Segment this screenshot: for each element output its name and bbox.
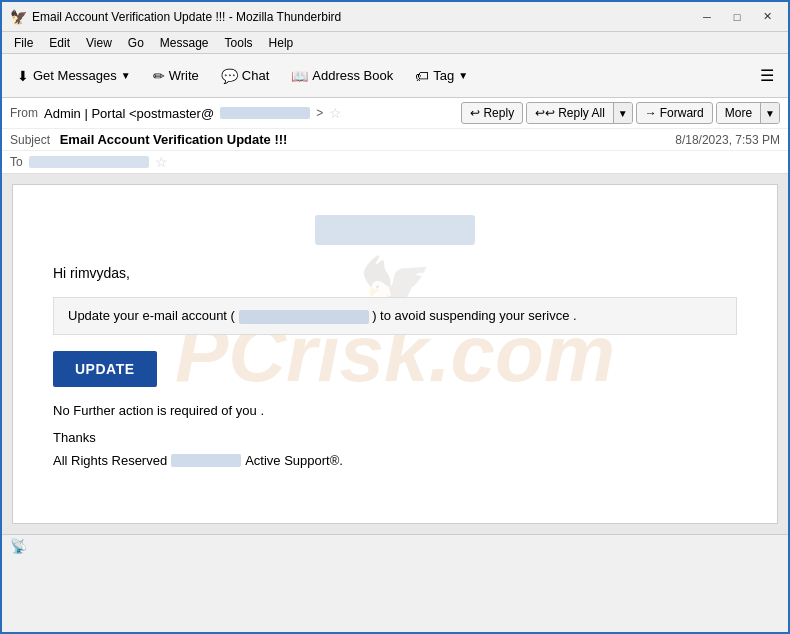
title-bar: 🦅 Email Account Verification Update !!! … (2, 2, 788, 32)
more-button[interactable]: More (717, 103, 760, 123)
status-icon: 📡 (10, 538, 27, 554)
rights-section: All Rights Reserved Active Support®. (53, 453, 737, 468)
chat-icon: 💬 (221, 68, 238, 84)
get-messages-dropdown-icon[interactable]: ▼ (121, 70, 131, 81)
subject-label: Subject (10, 133, 50, 147)
app-icon: 🦅 (10, 9, 26, 25)
menu-help[interactable]: Help (261, 34, 302, 52)
tag-icon: 🏷 (415, 68, 429, 84)
email-greeting: Hi rimvydas, (53, 265, 737, 281)
company-name-redacted (171, 454, 241, 467)
chat-button[interactable]: 💬 Chat (212, 63, 278, 89)
thanks-text: Thanks (53, 430, 737, 445)
minimize-button[interactable]: ─ (694, 8, 720, 26)
hamburger-menu-button[interactable]: ☰ (752, 62, 782, 89)
forward-label: Forward (660, 106, 704, 120)
write-button[interactable]: ✏ Write (144, 63, 208, 89)
from-section: From Admin | Portal <postmaster@ > ☆ (10, 105, 342, 121)
more-button-group: More ▼ (716, 102, 780, 124)
get-messages-button[interactable]: ⬇ Get Messages ▼ (8, 63, 140, 89)
reply-all-icon: ↩↩ (535, 106, 555, 120)
no-action-text: No Further action is required of you . (53, 403, 737, 418)
email-body-wrapper: 🦅 PCrisk.com Hi rimvydas, Update your e-… (2, 174, 788, 534)
menu-message[interactable]: Message (152, 34, 217, 52)
sender-name: Admin | Portal <postmaster@ (44, 106, 214, 121)
forward-icon: → (645, 106, 657, 120)
to-address-redacted (29, 156, 149, 168)
email-address-redacted (239, 310, 369, 324)
address-book-icon: 📖 (291, 68, 308, 84)
menu-bar: File Edit View Go Message Tools Help (2, 32, 788, 54)
chat-label: Chat (242, 68, 269, 83)
reply-all-label: Reply All (558, 106, 605, 120)
tag-label: Tag (433, 68, 454, 83)
email-subject: Email Account Verification Update !!! (60, 132, 288, 147)
address-book-button[interactable]: 📖 Address Book (282, 63, 402, 89)
email-date: 8/18/2023, 7:53 PM (675, 133, 780, 147)
get-messages-icon: ⬇ (17, 68, 29, 84)
action-buttons: ↩ Reply ↩↩ Reply All ▼ → Forward More ▼ (461, 102, 780, 124)
menu-edit[interactable]: Edit (41, 34, 78, 52)
logo-placeholder (315, 215, 475, 245)
email-subject-row: Subject Email Account Verification Updat… (2, 129, 788, 151)
write-icon: ✏ (153, 68, 165, 84)
subject-section: Subject Email Account Verification Updat… (10, 132, 287, 147)
update-text-after: ) to avoid suspending your serivce . (372, 308, 577, 323)
reply-icon: ↩ (470, 106, 480, 120)
email-body: 🦅 PCrisk.com Hi rimvydas, Update your e-… (12, 184, 778, 524)
get-messages-label: Get Messages (33, 68, 117, 83)
maximize-button[interactable]: □ (724, 8, 750, 26)
toolbar: ⬇ Get Messages ▼ ✏ Write 💬 Chat 📖 Addres… (2, 54, 788, 98)
menu-view[interactable]: View (78, 34, 120, 52)
menu-file[interactable]: File (6, 34, 41, 52)
email-content: Hi rimvydas, Update your e-mail account … (53, 215, 737, 468)
email-header: From Admin | Portal <postmaster@ > ☆ ↩ R… (2, 98, 788, 174)
star-icon[interactable]: ☆ (329, 105, 342, 121)
email-from-row: From Admin | Portal <postmaster@ > ☆ ↩ R… (2, 98, 788, 129)
tag-dropdown-icon: ▼ (458, 70, 468, 81)
update-notice-box: Update your e-mail account ( ) to avoid … (53, 297, 737, 335)
update-text-before: Update your e-mail account ( (68, 308, 235, 323)
to-star-icon[interactable]: ☆ (155, 154, 168, 170)
reply-button[interactable]: ↩ Reply (461, 102, 523, 124)
close-button[interactable]: ✕ (754, 8, 780, 26)
window-controls: ─ □ ✕ (694, 8, 780, 26)
status-bar: 📡 (2, 534, 788, 556)
tag-button[interactable]: 🏷 Tag ▼ (406, 63, 477, 89)
update-button[interactable]: UPDATE (53, 351, 157, 387)
forward-button[interactable]: → Forward (636, 102, 713, 124)
sender-email-redacted (220, 107, 310, 119)
menu-go[interactable]: Go (120, 34, 152, 52)
address-book-label: Address Book (312, 68, 393, 83)
reply-all-button-group: ↩↩ Reply All ▼ (526, 102, 633, 124)
sender-email-suffix: > (316, 106, 323, 120)
rights-before: All Rights Reserved (53, 453, 167, 468)
to-label: To (10, 155, 23, 169)
more-label: More (725, 106, 752, 120)
window-title: Email Account Verification Update !!! - … (32, 10, 694, 24)
reply-all-dropdown-button[interactable]: ▼ (613, 103, 632, 123)
reply-all-button[interactable]: ↩↩ Reply All (527, 103, 613, 123)
more-dropdown-button[interactable]: ▼ (760, 103, 779, 123)
reply-label: Reply (483, 106, 514, 120)
write-label: Write (169, 68, 199, 83)
email-to-row: To ☆ (2, 151, 788, 173)
menu-tools[interactable]: Tools (217, 34, 261, 52)
rights-after: Active Support®. (245, 453, 343, 468)
from-label: From (10, 106, 38, 120)
